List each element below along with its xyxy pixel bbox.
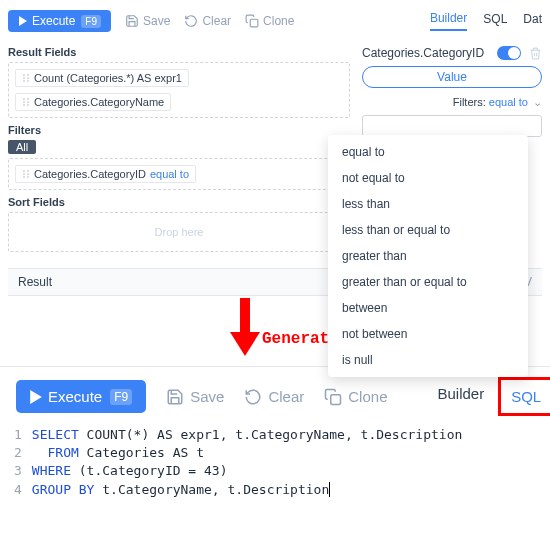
- dropdown-item[interactable]: not equal to: [328, 165, 528, 191]
- svg-point-10: [27, 101, 29, 103]
- clear-icon: [244, 388, 262, 406]
- dropdown-item[interactable]: less than or equal to: [328, 217, 528, 243]
- top-toolbar: Execute F9 Save Clear Clone Builder SQL …: [8, 6, 542, 40]
- filter-chip-op[interactable]: equal to: [150, 168, 189, 180]
- filter-value-input[interactable]: [362, 115, 542, 137]
- execute-button[interactable]: Execute F9: [8, 10, 111, 32]
- filter-chip[interactable]: Categories.CategoryID equal to: [15, 165, 196, 183]
- drag-handle-icon: [22, 73, 30, 83]
- filters-drop[interactable]: Categories.CategoryID equal to: [8, 158, 350, 190]
- play-icon: [30, 390, 42, 404]
- execute-keyhint: F9: [110, 389, 132, 405]
- chevron-down-icon: ⌄: [533, 96, 542, 109]
- execute-button[interactable]: Execute F9: [16, 380, 146, 413]
- clear-button[interactable]: Clear: [244, 388, 304, 406]
- dropdown-item[interactable]: is null: [328, 347, 528, 373]
- tab-sql[interactable]: SQL: [483, 12, 507, 30]
- result-fields-drop[interactable]: Count (Categories.*) AS expr1 Categories…: [8, 62, 350, 118]
- sql-panel: Execute F9 Save Clear Clone Builder SQL …: [0, 366, 550, 507]
- field-toggle[interactable]: [497, 46, 521, 60]
- dropdown-item[interactable]: equal to: [328, 139, 528, 165]
- result-label: Result: [18, 275, 52, 289]
- save-button[interactable]: Save: [166, 388, 224, 406]
- result-field-chip[interactable]: Count (Categories.*) AS expr1: [15, 69, 189, 87]
- svg-point-14: [27, 170, 29, 172]
- drag-handle-icon: [22, 169, 30, 179]
- svg-point-13: [23, 170, 25, 172]
- execute-label: Execute: [32, 14, 75, 28]
- clear-icon: [184, 14, 198, 28]
- tab-builder[interactable]: Builder: [430, 11, 467, 31]
- svg-rect-0: [250, 19, 258, 27]
- tab-sql[interactable]: SQL: [498, 377, 550, 416]
- clone-button[interactable]: Clone: [324, 388, 387, 406]
- sql-code: SELECT COUNT(*) AS expr1, t.CategoryName…: [32, 426, 462, 499]
- field-properties-panel: Categories.CategoryID Value Filters: equ…: [362, 40, 542, 137]
- svg-point-15: [23, 173, 25, 175]
- clone-label: Clone: [348, 388, 387, 405]
- dropdown-item[interactable]: greater than or equal to: [328, 269, 528, 295]
- svg-point-4: [27, 77, 29, 79]
- chip-text: Categories.CategoryName: [34, 96, 164, 108]
- tab-dat[interactable]: Dat: [523, 12, 542, 30]
- svg-point-9: [23, 101, 25, 103]
- clear-label: Clear: [202, 14, 231, 28]
- filters-sub-label: Filters:: [453, 96, 486, 108]
- sql-editor[interactable]: 1 2 3 4 SELECT COUNT(*) AS expr1, t.Cate…: [0, 426, 550, 507]
- trash-icon[interactable]: [529, 47, 542, 60]
- filters-all-pill[interactable]: All: [8, 140, 36, 154]
- value-button[interactable]: Value: [362, 66, 542, 88]
- filter-chip-field: Categories.CategoryID: [34, 168, 146, 180]
- save-label: Save: [143, 14, 170, 28]
- clear-label: Clear: [268, 388, 304, 405]
- view-tabs-top: Builder SQL Dat: [430, 11, 542, 31]
- sort-fields-label: Sort Fields: [8, 196, 350, 208]
- svg-point-3: [23, 77, 25, 79]
- svg-point-5: [23, 80, 25, 82]
- tab-builder[interactable]: Builder: [427, 377, 494, 416]
- drag-handle-icon: [22, 97, 30, 107]
- play-icon: [18, 16, 28, 26]
- svg-point-8: [27, 98, 29, 100]
- save-button[interactable]: Save: [125, 14, 170, 28]
- svg-point-18: [27, 176, 29, 178]
- clear-button[interactable]: Clear: [184, 14, 231, 28]
- operator-select[interactable]: equal to: [489, 96, 531, 108]
- svg-point-16: [27, 173, 29, 175]
- svg-point-12: [27, 104, 29, 106]
- save-label: Save: [190, 388, 224, 405]
- view-tabs-bottom: Builder SQL: [427, 377, 550, 416]
- save-icon: [125, 14, 139, 28]
- field-name-label: Categories.CategoryID: [362, 46, 484, 60]
- text-cursor: [329, 482, 330, 497]
- sort-placeholder: Drop here: [155, 226, 204, 238]
- result-fields-label: Result Fields: [8, 46, 350, 58]
- svg-marker-22: [230, 332, 260, 356]
- line-gutter: 1 2 3 4: [0, 426, 32, 499]
- filters-label: Filters: [8, 124, 350, 136]
- clone-icon: [324, 388, 342, 406]
- svg-rect-21: [240, 298, 250, 332]
- svg-point-1: [23, 74, 25, 76]
- svg-point-2: [27, 74, 29, 76]
- builder-left-column: Result Fields Count (Categories.*) AS ex…: [8, 40, 350, 252]
- sort-fields-drop[interactable]: Drop here: [8, 212, 350, 252]
- clone-button[interactable]: Clone: [245, 14, 294, 28]
- chip-text: Count (Categories.*) AS expr1: [34, 72, 182, 84]
- clone-icon: [245, 14, 259, 28]
- save-icon: [166, 388, 184, 406]
- dropdown-item[interactable]: less than: [328, 191, 528, 217]
- dropdown-item[interactable]: not between: [328, 321, 528, 347]
- svg-rect-23: [331, 394, 341, 404]
- result-field-chip[interactable]: Categories.CategoryName: [15, 93, 171, 111]
- svg-point-7: [23, 98, 25, 100]
- operator-dropdown: equal to not equal to less than less tha…: [328, 135, 528, 377]
- arrow-down-icon: [228, 298, 262, 358]
- svg-point-17: [23, 176, 25, 178]
- dropdown-item[interactable]: greater than: [328, 243, 528, 269]
- svg-point-6: [27, 80, 29, 82]
- dropdown-item[interactable]: between: [328, 295, 528, 321]
- clone-label: Clone: [263, 14, 294, 28]
- execute-label: Execute: [48, 388, 102, 405]
- svg-point-11: [23, 104, 25, 106]
